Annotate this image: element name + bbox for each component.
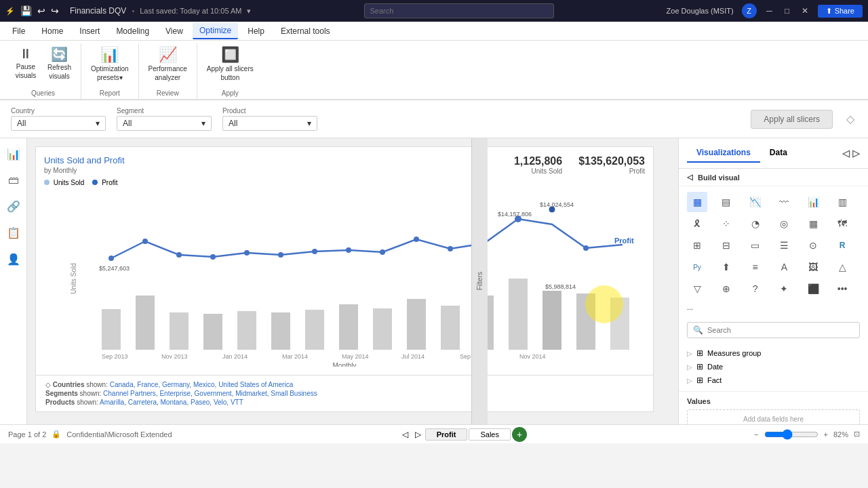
optimization-presets-button[interactable]: 📊 Optimization presets▾ xyxy=(87,43,133,84)
model-view-icon[interactable]: 🔗 xyxy=(3,196,24,217)
tab-profit[interactable]: Profit xyxy=(425,428,468,441)
menu-modeling[interactable]: Modeling xyxy=(109,24,156,39)
collapse-icon[interactable]: ◁ xyxy=(842,148,850,159)
reset-filters-icon[interactable]: ◇ xyxy=(844,110,857,128)
data-search-input[interactable] xyxy=(707,326,854,334)
menu-file[interactable]: File xyxy=(5,24,32,39)
save-icon[interactable]: 💾 xyxy=(20,5,32,16)
maximize-button[interactable]: □ xyxy=(783,6,792,16)
svg-point-23 xyxy=(312,249,317,254)
minimize-button[interactable]: ─ xyxy=(765,6,774,16)
card-icon[interactable]: ▭ xyxy=(745,235,766,256)
gauge-icon[interactable]: ⊙ xyxy=(803,235,823,256)
area-chart-icon[interactable]: 📊 xyxy=(803,192,823,212)
stacked-bar-icon[interactable]: ▤ xyxy=(716,192,736,212)
country-select[interactable]: All ▾ xyxy=(11,116,106,131)
svg-rect-2 xyxy=(136,296,155,350)
ribbon-chart-icon[interactable]: 🎗 xyxy=(687,214,707,234)
apply-group-label: Apply xyxy=(222,88,239,99)
countries-value[interactable]: Canada, France, Germany, Mexico, United … xyxy=(110,381,294,388)
units-dot xyxy=(44,180,50,185)
image-icon[interactable]: 🖼 xyxy=(803,257,823,277)
expand-icon[interactable]: ▷ xyxy=(852,148,860,159)
kpi-icon[interactable]: ⬆ xyxy=(716,257,736,277)
tab-sales[interactable]: Sales xyxy=(469,428,511,441)
stacked-area-icon[interactable]: ▥ xyxy=(832,192,852,212)
search-bar[interactable] xyxy=(364,3,554,18)
zoom-in-icon[interactable]: + xyxy=(824,430,828,439)
menu-insert[interactable]: Insert xyxy=(73,24,106,39)
fit-page-icon[interactable]: ⊡ xyxy=(854,430,860,439)
pie-icon[interactable]: ◔ xyxy=(745,214,766,234)
tab-data[interactable]: Data xyxy=(760,144,797,163)
matrix-icon[interactable]: ⊟ xyxy=(716,235,736,256)
add-tab-button[interactable]: + xyxy=(512,427,527,442)
apply-all-slicers-button[interactable]: 🔲 Apply all slicers button xyxy=(203,43,258,84)
report-view-icon[interactable]: 📊 xyxy=(3,144,24,165)
data-section: ▷ ⊞ Measures group ▷ ⊞ Date ▷ ⊞ Fact xyxy=(679,342,868,391)
share-button[interactable]: ⬆ Share xyxy=(818,5,863,18)
treemap-icon[interactable]: ▦ xyxy=(803,214,823,234)
next-page-icon[interactable]: ▷ xyxy=(412,430,424,439)
decomp-icon[interactable]: ⊕ xyxy=(716,279,736,299)
values-dropzone[interactable]: Add data fields here xyxy=(687,409,860,424)
people-icon[interactable]: 👤 xyxy=(3,249,24,270)
menu-optimize[interactable]: Optimize xyxy=(193,23,238,39)
tab-visualizations[interactable]: Visualizations xyxy=(687,144,760,163)
prev-page-icon[interactable]: ◁ xyxy=(399,430,411,439)
qna-icon[interactable]: ? xyxy=(745,279,766,299)
menu-bar: File Home Insert Modeling View Optimize … xyxy=(0,22,868,41)
svg-point-27 xyxy=(448,246,453,251)
apply-all-slicers-bar-button[interactable]: Apply all slicers xyxy=(751,110,833,129)
dax-view-icon[interactable]: 📋 xyxy=(3,222,24,243)
viz-grid: ▦ ▤ 📉 〰 📊 ▥ 🎗 ⁘ ◔ ◎ ▦ 🗺 ⊞ ⊟ ▭ ☰ ⊙ R xyxy=(687,192,860,299)
measures-group-item[interactable]: ▷ ⊞ Measures group xyxy=(687,346,860,360)
menu-view[interactable]: View xyxy=(159,24,190,39)
text-icon[interactable]: A xyxy=(774,257,794,277)
table-icon[interactable]: ⊞ xyxy=(687,235,707,256)
shape-icon[interactable]: △ xyxy=(832,257,852,277)
line-bar-icon[interactable]: 📉 xyxy=(745,192,766,212)
search-box[interactable]: 🔍 xyxy=(687,322,860,338)
menu-home[interactable]: Home xyxy=(35,24,70,39)
py-icon[interactable]: Py xyxy=(687,257,707,277)
svg-text:Mar 2014: Mar 2014 xyxy=(282,353,308,360)
fact-item[interactable]: ▷ ⊞ Fact xyxy=(687,373,860,387)
donut-icon[interactable]: ◎ xyxy=(774,214,794,234)
more-icon[interactable]: ⬛ xyxy=(803,279,823,299)
redo-icon[interactable]: ↪ xyxy=(51,5,59,16)
scatter-icon[interactable]: ⁘ xyxy=(716,214,736,234)
data-view-icon[interactable]: 🗃 xyxy=(4,170,23,190)
menu-external-tools[interactable]: External tools xyxy=(274,24,337,39)
zoom-slider[interactable] xyxy=(764,429,818,440)
dropdown-icon[interactable]: ▾ xyxy=(247,7,251,16)
svg-point-25 xyxy=(380,249,385,255)
r-icon[interactable]: R xyxy=(832,235,852,256)
menu-help[interactable]: Help xyxy=(241,24,271,39)
chart-svg: Units Sold xyxy=(44,190,645,367)
refresh-visuals-button[interactable]: 🔄 Refresh visuals xyxy=(43,43,75,83)
pause-visuals-button[interactable]: ⏸ Pause visuals xyxy=(11,43,41,82)
segments-value[interactable]: Channel Partners, Enterprise, Government… xyxy=(103,390,317,397)
svg-rect-5 xyxy=(237,311,256,350)
smart-icon[interactable]: ✦ xyxy=(774,279,794,299)
products-value[interactable]: Amarilla, Carretera, Montana, Paseo, Vel… xyxy=(100,399,243,406)
right-panel: Visualizations Data ◁ ▷ ◁ Build visual ▦… xyxy=(678,138,868,424)
user-avatar[interactable]: Z xyxy=(742,3,757,18)
multirow-icon[interactable]: ☰ xyxy=(774,235,794,256)
product-select[interactable]: All ▾ xyxy=(222,116,317,131)
dots-icon[interactable]: ••• xyxy=(832,279,852,299)
funnel-icon[interactable]: ▽ xyxy=(687,279,707,299)
zoom-out-icon[interactable]: − xyxy=(754,430,758,439)
map-icon[interactable]: 🗺 xyxy=(832,214,852,234)
performance-analyzer-button[interactable]: 📈 Performance analyzer xyxy=(144,43,191,84)
search-input[interactable] xyxy=(364,3,554,18)
close-button[interactable]: ✕ xyxy=(800,6,810,16)
date-item[interactable]: ▷ ⊞ Date xyxy=(687,360,860,373)
segment-select[interactable]: All ▾ xyxy=(117,116,212,131)
bar-chart-icon[interactable]: ▦ xyxy=(687,192,707,212)
line-chart-icon[interactable]: 〰 xyxy=(774,192,794,212)
slicer-icon[interactable]: ≡ xyxy=(745,257,766,277)
undo-icon[interactable]: ↩ xyxy=(37,5,45,16)
svg-text:$5,988,814: $5,988,814 xyxy=(545,283,576,290)
